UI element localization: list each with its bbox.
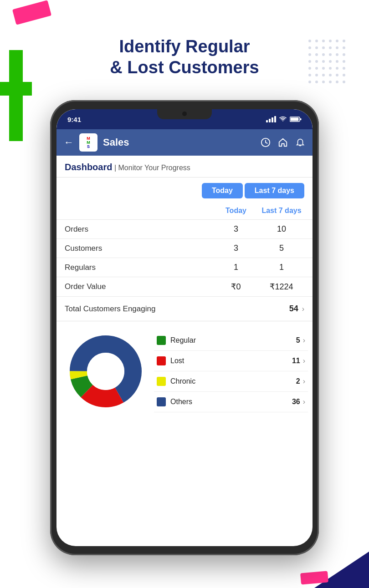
- signal-icon: [266, 116, 276, 122]
- ordervalue-last7: ₹1224: [259, 282, 304, 292]
- lost-count: 11: [292, 357, 300, 365]
- header-icons: [261, 137, 305, 147]
- legend-item-others[interactable]: Others 36 ›: [154, 392, 308, 412]
- regular-color: [157, 336, 166, 345]
- regular-label: Regular: [170, 336, 296, 345]
- content-area: Dashboard | Monitor Your Progress Today …: [56, 156, 313, 421]
- customers-today: 3: [213, 243, 259, 253]
- dashboard-title: Dashboard: [65, 162, 112, 172]
- others-color: [157, 397, 166, 406]
- chronic-count: 2: [296, 377, 300, 385]
- regulars-today: 1: [213, 263, 259, 272]
- total-engaging-count: 54: [289, 304, 298, 314]
- svg-point-40: [322, 81, 325, 83]
- stats-header-last7: Last 7 days: [259, 207, 304, 215]
- svg-point-42: [336, 81, 338, 83]
- stats-row-regulars: Regulars 1 1: [56, 258, 313, 277]
- filter-row: Today Last 7 days: [56, 177, 313, 202]
- customers-last7: 5: [259, 243, 304, 253]
- others-chevron: ›: [303, 398, 305, 406]
- chronic-color: [157, 377, 166, 386]
- battery-icon: [290, 116, 302, 122]
- chronic-chevron: ›: [303, 377, 305, 385]
- ordervalue-today: ₹0: [213, 282, 259, 292]
- bell-icon[interactable]: [295, 137, 305, 147]
- svg-point-39: [315, 81, 318, 83]
- legend-item-lost[interactable]: Lost 11 ›: [154, 351, 308, 371]
- lost-label: Lost: [170, 357, 292, 365]
- app-header: ← M M S Sales: [56, 129, 313, 156]
- wifi-icon: [279, 116, 287, 122]
- ordervalue-label: Order Value: [65, 282, 213, 291]
- svg-point-43: [343, 81, 345, 83]
- others-label: Others: [170, 398, 292, 406]
- donut-chart: [65, 330, 147, 412]
- total-engaging-chevron: ›: [302, 305, 304, 313]
- dashboard-header: Dashboard | Monitor Your Progress: [56, 156, 313, 177]
- home-icon[interactable]: [278, 137, 288, 147]
- stats-header-today: Today: [213, 207, 259, 215]
- orders-label: Orders: [65, 225, 213, 234]
- svg-rect-1: [0, 82, 32, 96]
- total-engaging-label: Total Customers Engaging: [65, 304, 289, 314]
- legend-item-chronic[interactable]: Chronic 2 ›: [154, 371, 308, 392]
- lost-color: [157, 356, 166, 365]
- stats-row-ordervalue: Order Value ₹0 ₹1224: [56, 277, 313, 297]
- total-engaging-row[interactable]: Total Customers Engaging 54 ›: [56, 297, 313, 321]
- stats-row-orders: Orders 3 10: [56, 220, 313, 239]
- today-filter-button[interactable]: Today: [202, 183, 243, 198]
- stats-table: Today Last 7 days Orders 3 10 Customers …: [56, 202, 313, 297]
- stats-row-customers: Customers 3 5: [56, 239, 313, 258]
- app-title: Sales: [103, 137, 255, 148]
- svg-point-53: [87, 353, 124, 390]
- chart-section: Regular 5 › Lost 11 › Chronic 2: [56, 321, 313, 421]
- svg-rect-45: [291, 118, 299, 121]
- customers-label: Customers: [65, 244, 213, 253]
- svg-point-38: [308, 81, 311, 83]
- phone-screen: 9:41: [56, 109, 313, 546]
- status-icons: [266, 116, 302, 122]
- back-button[interactable]: ←: [64, 137, 74, 148]
- regular-chevron: ›: [303, 336, 305, 345]
- phone-camera: [182, 112, 187, 116]
- svg-point-41: [329, 81, 332, 83]
- heading-line2: & Lost Customers: [0, 57, 369, 78]
- deco-bottom-pink: [300, 571, 328, 584]
- heading-line1: Identify Regular: [0, 36, 369, 57]
- regulars-last7: 1: [259, 263, 304, 272]
- chronic-label: Chronic: [170, 377, 296, 385]
- stats-header-row: Today Last 7 days: [56, 202, 313, 220]
- lost-chevron: ›: [303, 357, 305, 365]
- legend-item-regular[interactable]: Regular 5 ›: [154, 330, 308, 351]
- orders-today: 3: [213, 224, 259, 234]
- last7days-filter-button[interactable]: Last 7 days: [245, 183, 304, 198]
- svg-rect-46: [300, 118, 302, 120]
- regular-count: 5: [296, 336, 300, 345]
- orders-last7: 10: [259, 224, 304, 234]
- status-time: 9:41: [67, 116, 81, 123]
- app-logo: M M S: [79, 133, 97, 152]
- page-heading: Identify Regular & Lost Customers: [0, 36, 369, 78]
- clock-icon[interactable]: [261, 137, 271, 147]
- dashboard-subtitle: | Monitor Your Progress: [114, 164, 190, 172]
- phone-frame: 9:41: [50, 100, 319, 555]
- chart-legend: Regular 5 › Lost 11 › Chronic 2: [154, 330, 308, 412]
- regulars-label: Regulars: [65, 263, 213, 272]
- others-count: 36: [292, 398, 300, 406]
